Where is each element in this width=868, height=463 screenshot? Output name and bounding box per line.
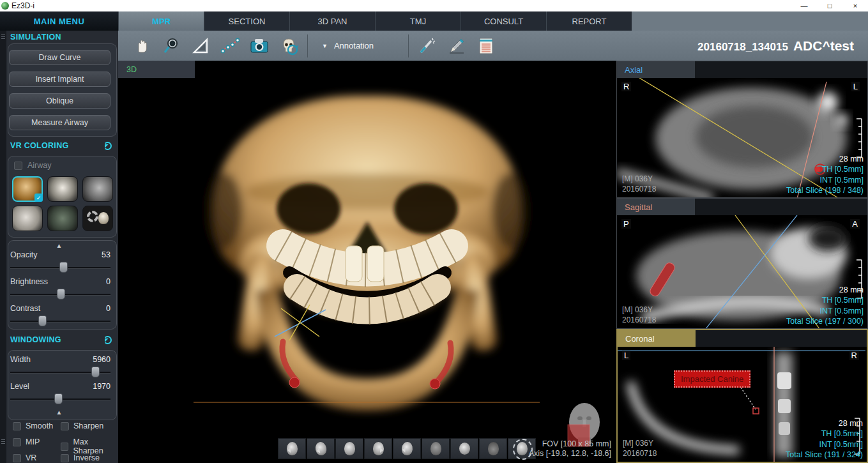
slice-position-dot [815, 167, 820, 172]
contrast-slider[interactable] [10, 315, 110, 326]
impacted-canine-annotation[interactable]: Impacted Canine [674, 370, 750, 388]
draw-curve-button[interactable]: Draw Curve [9, 50, 110, 65]
level-slider[interactable] [10, 393, 110, 404]
preset-bone-white[interactable] [47, 176, 78, 202]
tab-mpr[interactable]: MPR [118, 11, 204, 31]
wand-icon [418, 36, 437, 56]
inverse-checkbox[interactable] [61, 454, 69, 462]
oblique-button[interactable]: Oblique [9, 93, 110, 109]
coronal-image[interactable]: Impacted Canine L R [M] 036Y 20160718 28… [618, 347, 867, 462]
brightness-slider-thumb[interactable] [57, 289, 65, 300]
measure-tool-button[interactable] [186, 33, 215, 59]
rotate-3d-tool-button[interactable] [274, 33, 303, 59]
head-icon [314, 441, 328, 456]
coronal-view-tab[interactable]: Coronal [618, 330, 696, 347]
smooth-checkbox[interactable] [13, 422, 21, 430]
capture-tool-button[interactable] [245, 33, 274, 59]
vr-checkbox-row[interactable]: VR [13, 453, 36, 462]
sharpen-checkbox-row[interactable]: Sharpen [61, 421, 103, 430]
sagittal-view-tab[interactable]: Sagittal [617, 199, 695, 215]
max-sharpen-label: Max Sharpen [73, 437, 118, 455]
maximize-button[interactable]: □ [817, 0, 842, 11]
draw-tool-button[interactable] [442, 33, 471, 59]
opacity-slider-thumb[interactable] [59, 262, 68, 273]
check-icon: ✓ [34, 194, 43, 202]
inverse-checkbox-row[interactable]: Inverse [61, 453, 100, 462]
width-slider[interactable] [10, 367, 110, 377]
close-button[interactable]: × [842, 0, 868, 11]
head-three-quarter-left-up-button[interactable] [307, 438, 335, 459]
viewport-3d[interactable]: 3D FOV [100 x 85 mm] Axis [-1 [118, 61, 616, 463]
minimize-button[interactable]: — [791, 0, 817, 11]
head-front-button[interactable] [335, 438, 363, 459]
sagittal-title: Sagittal [625, 202, 652, 212]
axial-view[interactable]: Axial [616, 61, 868, 198]
grip-icon [1, 34, 5, 39]
annotation-dropdown[interactable]: ▼ Annotation [312, 33, 384, 59]
head-profile-left-button[interactable] [393, 438, 421, 459]
report-note-tool-button[interactable] [471, 33, 501, 59]
coronal-slice-info: 28 mm TH [0.5mm] INT [0.5mm] Total Slice… [786, 418, 863, 460]
preset-bone-gray[interactable] [82, 176, 113, 202]
scale-ruler [857, 119, 862, 157]
contrast-slider-thumb[interactable] [38, 315, 47, 326]
tab-label: CONSULT [484, 17, 523, 26]
collapse-up-icon[interactable]: ▲ [0, 409, 118, 416]
measure-airway-button[interactable]: Measure Airway [9, 115, 110, 130]
tab-consult[interactable]: CONSULT [461, 11, 546, 31]
sharpen-checkbox[interactable] [61, 422, 69, 430]
coronal-view[interactable]: Coronal Impac [616, 329, 868, 463]
head-top-button[interactable] [450, 438, 478, 459]
brightness-slider[interactable] [10, 289, 110, 300]
max-sharpen-checkbox[interactable] [61, 443, 68, 451]
annotation-text: Impacted Canine [681, 374, 743, 384]
sagittal-interval: INT [0.5mm] [786, 306, 864, 316]
preset-vr-color-bone[interactable]: ✓ [12, 176, 43, 202]
head-back-button[interactable] [422, 438, 450, 459]
sagittal-view[interactable]: Sagittal P A [616, 198, 868, 329]
level-slider-thumb[interactable] [54, 393, 63, 404]
opacity-slider[interactable] [10, 262, 110, 273]
vr-coloring-refresh-icon[interactable] [103, 142, 112, 150]
insert-implant-button[interactable]: Insert Implant [9, 72, 110, 87]
main-menu-button[interactable]: MAIN MENU [0, 11, 118, 31]
preset-mip[interactable] [47, 206, 78, 231]
view-tab-3d-label: 3D [126, 65, 137, 74]
airway-checkbox-row[interactable]: Airway [14, 161, 52, 170]
airway-checkbox[interactable] [14, 162, 22, 170]
mip-checkbox-row[interactable]: MIP [13, 437, 40, 446]
orientation-button-bar [278, 438, 536, 459]
mip-label: MIP [26, 437, 40, 446]
left-panel: SIMULATION Draw Curve Insert Implant Obl… [0, 31, 118, 463]
tab-report[interactable]: REPORT [546, 11, 632, 31]
smooth-checkbox-row[interactable]: Smooth [13, 421, 53, 430]
mip-checkbox[interactable] [13, 438, 21, 446]
mpr-views-column: Axial [616, 61, 868, 463]
max-sharpen-checkbox-row[interactable]: Max Sharpen [61, 437, 118, 455]
tab-section[interactable]: SECTION [204, 11, 289, 31]
axial-image[interactable]: R L [M] 036Y 20160718 28 mm TH [0.5mm] I… [617, 78, 867, 197]
head-bottom-button[interactable] [479, 438, 507, 459]
head-three-quarter-right-button[interactable] [364, 438, 392, 459]
toolbar: ▼ Annotation 20160718_134015 ADC^test [118, 31, 868, 61]
skull-3d-render[interactable] [118, 61, 616, 463]
tab-tmj[interactable]: TMJ [375, 11, 461, 31]
tab-3d-pan[interactable]: 3D PAN [289, 11, 375, 31]
pan-tool-button[interactable] [127, 33, 156, 59]
head-three-quarter-left-button[interactable] [278, 438, 306, 459]
collapse-up-icon[interactable]: ▲ [0, 242, 118, 250]
zoom-tool-button[interactable] [156, 33, 186, 59]
preset-soft-tissue[interactable] [12, 206, 43, 231]
width-slider-thumb[interactable] [91, 367, 100, 377]
tab-bar-filler [632, 11, 868, 31]
axial-view-tab[interactable]: Axial [617, 61, 695, 78]
sagittal-image[interactable]: P A [M] 036Y 20160718 28 mm TH [0.5mm] I… [617, 215, 867, 328]
implant-wand-tool-button[interactable] [413, 33, 442, 59]
preset-custom-gear[interactable] [82, 206, 113, 231]
curve-measure-tool-button[interactable] [215, 33, 245, 59]
vr-checkbox[interactable] [13, 454, 21, 462]
level-value: 1970 [93, 382, 110, 392]
view-tab-3d[interactable]: 3D [118, 61, 195, 78]
windowing-refresh-icon[interactable] [103, 336, 112, 344]
tab-label: TMJ [410, 17, 426, 26]
